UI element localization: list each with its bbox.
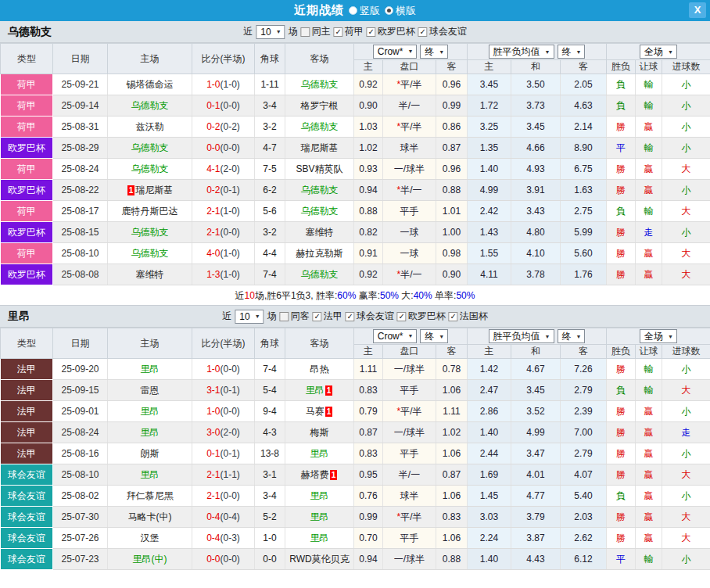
home-odds-cell: 0.94 <box>354 549 383 570</box>
avg-draw-cell: 4.80 <box>511 222 561 243</box>
away-team-cell: RWD莫伦贝克 <box>285 549 354 570</box>
handicap-cell: 半/一 <box>383 464 436 486</box>
avg-away-cell: 2.75 <box>561 201 607 222</box>
filter-league-checkbox[interactable]: ✓ <box>397 312 407 321</box>
score-cell: 0-4(0-3) <box>192 528 255 549</box>
filter-league-checkbox[interactable]: ✓ <box>346 312 355 321</box>
corner-cell: 4-4 <box>255 243 285 264</box>
odds-stage-select[interactable]: 终▼ <box>420 329 448 343</box>
goals-cell: 小 <box>662 222 710 243</box>
fulltime-score: 0-4 <box>206 532 220 543</box>
radio-icon[interactable] <box>385 6 393 15</box>
home-team-cell: 乌德勒支 <box>108 222 192 243</box>
avg-type-select[interactable]: 胜平负均值▼ <box>489 329 554 343</box>
halftime-score: (0-3) <box>221 532 240 543</box>
radio-label-vertical[interactable]: 竖版 <box>360 4 380 18</box>
odds-company-select[interactable]: Crow*▼ <box>373 45 418 59</box>
odds-company-select[interactable]: Crow*▼ <box>373 329 418 343</box>
summary-segment: 赢率: <box>356 290 380 301</box>
league-type-cell: 球会友谊 <box>1 486 53 507</box>
filter-league-checkbox[interactable]: ✓ <box>313 312 322 321</box>
filter-league-checkbox[interactable]: ✓ <box>449 312 458 321</box>
away-odds-cell: 1.06 <box>436 528 468 549</box>
home-team-cell: 马略卡(中) <box>108 507 192 528</box>
filter-league-2[interactable]: ✓欧罗巴杯 <box>397 310 446 323</box>
match-date: 25-09-15 <box>53 380 108 401</box>
games-count-select[interactable]: 10▼ <box>235 310 264 324</box>
away-team-cell: 里昂 <box>285 443 354 464</box>
layout-radio-vertical[interactable]: 竖版 <box>349 4 380 18</box>
filter-league-3[interactable]: ✓法国杯 <box>449 310 488 323</box>
corner-cell: 6-2 <box>255 180 285 201</box>
team-name-text: 里昂 <box>310 490 329 501</box>
avg-away-cell: 2.03 <box>561 507 607 528</box>
home-odds-cell: 0.92 <box>354 74 383 95</box>
handicap-cell: 半/一 <box>383 95 436 117</box>
filter-league-checkbox[interactable]: ✓ <box>367 27 376 37</box>
filter-league-1[interactable]: ✓球会友谊 <box>346 310 394 323</box>
filter-league-0[interactable]: ✓法甲 <box>313 310 342 323</box>
team-name-text: 乌德勒支 <box>131 227 169 238</box>
handicap-cell: 平手 <box>383 201 436 222</box>
team-name-text: 里昂 <box>310 532 329 543</box>
handicap-result-cell: 輸 <box>636 201 662 222</box>
avg-draw-cell: 4.67 <box>511 359 561 380</box>
avg-home-cell: 2.44 <box>468 443 511 464</box>
radio-icon[interactable] <box>349 6 357 15</box>
subcol-avg-away: 客 <box>561 60 607 74</box>
match-row: 荷甲25-09-14乌德勒支0-1(0-0)3-4格罗宁根0.90半/一0.99… <box>1 95 710 117</box>
subcol-result: 胜负 <box>607 345 636 359</box>
corner-cell: 4-3 <box>255 422 285 443</box>
subcol-handicap: 盘口 <box>383 60 436 74</box>
close-button[interactable]: X <box>689 2 706 18</box>
avg-draw-cell: 4.10 <box>511 243 561 264</box>
league-type-cell: 荷甲 <box>1 159 53 180</box>
filter-same-checkbox[interactable] <box>280 312 289 321</box>
score-cell: 0-2(0-2) <box>192 117 255 138</box>
radio-label-horizontal[interactable]: 横版 <box>396 4 416 18</box>
filter-same-checkbox[interactable] <box>301 27 310 37</box>
games-count-select-value: 10 <box>239 311 249 322</box>
avg-stage-select[interactable]: 终▼ <box>558 45 586 59</box>
star-mark: * <box>396 185 400 195</box>
avg-draw-cell: 3.45 <box>511 380 561 401</box>
layout-radio-horizontal[interactable]: 横版 <box>385 4 416 18</box>
halftime-score: (0-1) <box>221 448 240 459</box>
subcol-avg-home: 主 <box>468 60 511 74</box>
home-odds-cell: 0.70 <box>354 528 383 549</box>
home-team-cell: 乌德勒支 <box>108 138 192 159</box>
avg-away-cell: 4.63 <box>561 95 607 117</box>
avg-draw-cell: 3.87 <box>511 528 561 549</box>
fulltime-score: 4-0 <box>206 248 220 259</box>
filter-league-2[interactable]: ✓球会友谊 <box>418 25 467 38</box>
team-name-text: 乌德勒支 <box>131 163 169 174</box>
page-title: 近期战绩 <box>294 3 344 18</box>
match-row: 球会友谊25-07-26汉堡0-4(0-3)1-0里昂0.70平手1.062.2… <box>1 528 710 549</box>
away-odds-cell: 0.78 <box>436 359 468 380</box>
filter-same[interactable]: 同客 <box>280 310 310 323</box>
odds-stage-select[interactable]: 终▼ <box>420 45 448 59</box>
team-name-text: 锡塔德命运 <box>127 79 174 90</box>
avg-type-select[interactable]: 胜平负均值▼ <box>489 45 554 59</box>
scope-select[interactable]: 全场▼ <box>640 45 677 59</box>
goals-cell: 大 <box>662 507 710 528</box>
filter-league-checkbox[interactable]: ✓ <box>418 27 428 37</box>
filter-league-0[interactable]: ✓荷甲 <box>334 25 364 38</box>
league-type-cell: 欧罗巴杯 <box>1 264 53 285</box>
match-row: 法甲25-08-24里昂3-0(2-0)4-3梅斯0.87一/球半1.021.4… <box>1 422 710 443</box>
subcol-handicap-result: 让球 <box>636 345 662 359</box>
odds-group-header: Crow*▼终▼ <box>354 328 468 345</box>
scope-select[interactable]: 全场▼ <box>640 329 677 343</box>
handicap-cell: *平/半 <box>383 507 436 528</box>
home-odds-cell: 0.95 <box>354 464 383 486</box>
handicap-cell: 一/球半 <box>383 359 436 380</box>
avg-stage-select[interactable]: 终▼ <box>558 329 586 343</box>
chevron-down-icon: ▼ <box>255 314 260 319</box>
filter-league-1[interactable]: ✓欧罗巴杯 <box>367 25 415 38</box>
handicap-cell: 平手 <box>383 380 436 401</box>
filter-same[interactable]: 同主 <box>301 25 331 38</box>
filter-league-checkbox[interactable]: ✓ <box>334 27 343 37</box>
result-cell: 勝 <box>607 159 636 180</box>
games-count-select[interactable]: 10▼ <box>256 25 285 39</box>
home-team-cell: 里昂(中) <box>108 549 192 570</box>
